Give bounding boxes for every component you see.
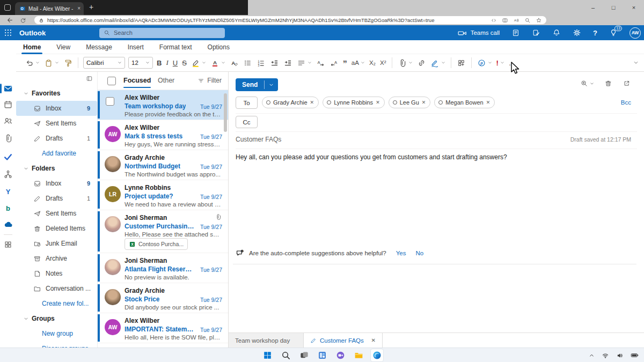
align-button[interactable] (295, 56, 314, 69)
copilot-button[interactable]: p (475, 56, 494, 69)
teams-chat[interactable] (334, 349, 347, 362)
file-explorer[interactable] (352, 349, 365, 362)
tab-actions-icon[interactable] (4, 4, 11, 11)
underline-button[interactable]: U (171, 56, 180, 69)
ribbon-collapse-icon[interactable] (633, 60, 639, 65)
email-list-item[interactable]: AWAlex WilberMark 8 stress testsTue 9/27… (98, 120, 228, 150)
sidebar-item-drafts[interactable]: Drafts1 (16, 191, 97, 206)
sidebar-item-archive[interactable]: Archive (16, 251, 97, 266)
sidebar-item-discover-groups[interactable]: Discover groups (16, 341, 97, 348)
email-list-item[interactable]: Alex WilberTeam workshop dayTue 9/27Plea… (98, 90, 228, 120)
font-name-select[interactable]: Calibri (83, 57, 125, 69)
rail-todo-icon[interactable] (2, 151, 14, 163)
rail-onedrive-icon[interactable] (2, 218, 14, 230)
copilot-dropdown-icon[interactable] (488, 61, 492, 65)
numbering-button[interactable]: 123 (254, 56, 268, 69)
rail-people-icon[interactable] (2, 115, 14, 127)
paste-button[interactable] (42, 56, 61, 69)
zoom-in-icon[interactable] (580, 79, 588, 87)
collapse-pane-icon[interactable] (86, 75, 93, 82)
ribbon-tab-home[interactable]: Home (23, 43, 41, 51)
sidebar-item-conversation-[interactable]: Conversation ... (16, 281, 97, 296)
recipient-pill[interactable]: Lynne Robbins✕ (323, 97, 385, 108)
cc-button[interactable]: Cc (236, 116, 258, 128)
draft-tab-team-workshop-day[interactable]: Team workshop day (229, 333, 304, 348)
tab-other[interactable]: Other (158, 77, 174, 84)
widgets[interactable] (316, 349, 329, 362)
email-list-item[interactable]: Joni ShermanAtlanta Flight Reservat...Tu… (98, 253, 228, 283)
attach-file-button[interactable] (396, 56, 415, 69)
importance-dropdown-icon[interactable] (500, 61, 504, 65)
select-all-checkbox[interactable] (107, 77, 116, 85)
tips-icon[interactable]: 13 (609, 28, 618, 37)
signature-dropdown-icon[interactable] (441, 61, 445, 65)
task-view[interactable] (297, 349, 311, 362)
superscript-button[interactable]: X² (378, 56, 389, 69)
minimize-button[interactable]: – (583, 4, 603, 11)
email-list-item[interactable]: LRLynne RobbinsProject update?Tue 9/27We… (98, 180, 228, 210)
feedback-no-link[interactable]: No (416, 250, 424, 256)
strikethrough-button[interactable]: S (180, 56, 189, 69)
rail-yammer-icon[interactable]: Y (2, 186, 14, 197)
email-list-item[interactable]: Grady ArchieNorthwind BudgetTue 9/27The … (98, 150, 228, 180)
remove-recipient-icon[interactable]: ✕ (486, 100, 491, 105)
section-folders[interactable]: Folders (16, 161, 97, 176)
sidebar-item-inbox[interactable]: Inbox9 (16, 101, 97, 116)
maximize-button[interactable]: □ (603, 4, 624, 11)
text-direction-rtl-button[interactable]: A (327, 56, 341, 69)
sidebar-item-sent-items[interactable]: Sent Items (16, 206, 97, 221)
rail-org-icon[interactable] (2, 168, 14, 180)
recipient-pill[interactable]: Lee Gu✕ (389, 97, 431, 108)
email-list-item[interactable]: Grady ArchieStock PriceTue 9/27Did anybo… (98, 283, 228, 313)
ribbon-tab-view[interactable]: View (56, 43, 71, 51)
open-in-window-icon[interactable] (623, 79, 631, 87)
taskbar-search[interactable] (279, 349, 292, 362)
insert-link-button[interactable] (415, 56, 428, 69)
attachment-chip[interactable]: XContoso Purcha... (125, 238, 188, 250)
draft-tab-close-icon[interactable]: ✕ (371, 337, 376, 343)
sidebar-item-inbox[interactable]: Inbox9 (16, 176, 97, 191)
change-case-dropdown-icon[interactable] (361, 61, 365, 65)
signature-button[interactable] (428, 56, 448, 69)
email-list-item[interactable]: AWAlex WilberIMPORTANT: Stateme...Tue 9/… (98, 313, 228, 343)
ribbon-tab-insert[interactable]: Insert (127, 43, 144, 51)
highlight-dropdown-icon[interactable] (202, 61, 206, 65)
sidebar-item-add-favorite[interactable]: Add favorite (16, 146, 97, 161)
section-groups[interactable]: Groups (16, 311, 97, 326)
format-painter-button[interactable] (61, 56, 75, 69)
section-favorites[interactable]: Favorites (16, 86, 97, 101)
font-color-dropdown-icon[interactable] (221, 61, 225, 65)
back-icon[interactable] (6, 17, 13, 24)
ribbon-tab-message[interactable]: Message (85, 43, 113, 51)
settings-icon[interactable] (573, 28, 581, 37)
sidebar-item-create-new-fol-[interactable]: Create new fol... (16, 296, 97, 311)
feedback-yes-link[interactable]: Yes (396, 250, 406, 256)
rail-attachments-icon[interactable] (2, 132, 14, 144)
battery-icon[interactable] (631, 351, 639, 359)
to-button[interactable]: To (236, 97, 258, 109)
sidebar-item-deleted-items[interactable]: Deleted Items (16, 221, 97, 236)
send-options-icon[interactable] (265, 78, 278, 91)
rail-calendar-icon[interactable] (2, 99, 14, 110)
quote-button[interactable]: ” (341, 56, 349, 69)
filter-button[interactable]: Filter (197, 77, 222, 84)
new-tab-button[interactable]: + (89, 3, 93, 11)
remove-recipient-icon[interactable]: ✕ (422, 100, 426, 105)
bullets-button[interactable] (241, 56, 254, 69)
remove-recipient-icon[interactable]: ✕ (310, 100, 314, 105)
discard-icon[interactable] (604, 79, 612, 87)
undo-dropdown-icon[interactable] (35, 61, 40, 65)
text-direction-ltr-button[interactable]: A (314, 56, 327, 69)
recipient-pill[interactable]: Megan Bowen✕ (434, 97, 495, 108)
wifi-icon[interactable] (602, 352, 609, 359)
message-body[interactable]: Hey all, can you please add your questio… (236, 153, 507, 161)
split-screen-icon[interactable] (502, 17, 508, 24)
email-checkbox[interactable] (106, 97, 114, 106)
notifications-icon[interactable] (552, 28, 561, 37)
clear-formatting-button[interactable]: A (228, 56, 241, 69)
draft-tab-customer-faqs[interactable]: Customer FAQs✕ (304, 333, 383, 348)
browser-tab[interactable]: Mail - Alex Wilber - Outlook × (15, 2, 84, 15)
refresh-icon[interactable] (20, 17, 26, 24)
close-button[interactable]: × (624, 4, 644, 11)
my-day-icon[interactable] (511, 28, 520, 37)
